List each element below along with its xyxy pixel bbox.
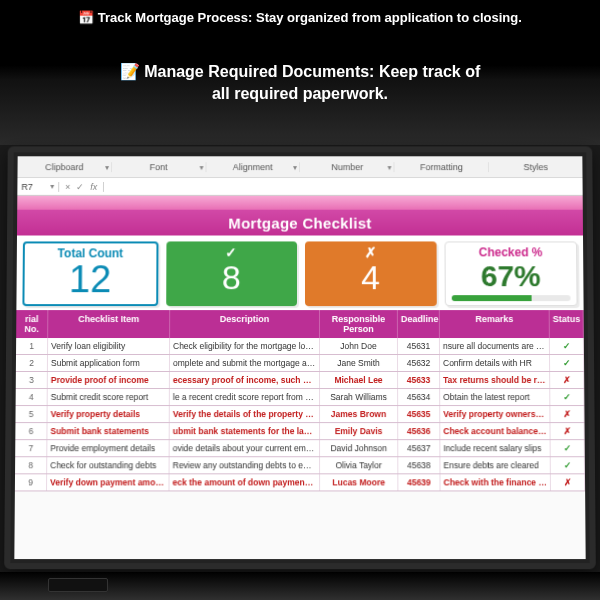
memo-icon: 📝 — [120, 63, 140, 80]
cell-remarks: Confirm details with HR — [440, 355, 550, 371]
status-no-icon: ✗ — [550, 372, 584, 388]
floor-vent — [48, 578, 108, 592]
table-row[interactable]: 3Provide proof of incomeecessary proof o… — [16, 372, 585, 389]
header-serial[interactable]: rial No. — [16, 310, 48, 338]
promo-line-2a: Manage Required Documents: Keep track of — [144, 63, 480, 80]
sheet-title: Mortgage Checklist — [17, 210, 583, 236]
cell-description: le a recent credit score report from a r… — [170, 389, 320, 405]
cell-person: Jane Smith — [320, 355, 398, 371]
card-total-value: 12 — [30, 260, 149, 298]
cell-description: omplete and submit the mortgage applicat… — [170, 355, 320, 371]
cell-remarks: Ensure debts are cleared — [440, 457, 550, 473]
card-pending: ✗ 4 — [305, 241, 436, 306]
cell-serial: 3 — [16, 372, 48, 388]
cell-serial: 4 — [16, 389, 48, 405]
cell-serial: 6 — [15, 423, 47, 439]
name-box[interactable]: R7 ▾ — [17, 182, 59, 192]
dialog-launcher-icon[interactable]: ▾ — [199, 163, 203, 172]
cell-serial: 1 — [16, 338, 48, 354]
status-no-icon: ✗ — [551, 474, 585, 490]
status-ok-icon: ✓ — [551, 440, 585, 456]
cell-serial: 9 — [15, 474, 47, 490]
cell-description: Review any outstanding debts to ensure e… — [170, 457, 321, 473]
table-row[interactable]: 5Verify property detailsVerify the detai… — [15, 406, 584, 423]
promo-line-1-text: Track Mortgage Process: Stay organized f… — [98, 10, 522, 25]
header-status[interactable]: Status — [550, 310, 584, 338]
chevron-down-icon[interactable]: ▾ — [50, 182, 54, 191]
status-no-icon: ✗ — [550, 423, 584, 439]
cell-item: Check for outstanding debts — [47, 457, 169, 473]
cell-deadline: 45638 — [398, 457, 440, 473]
cell-remarks: Check account balance history — [440, 423, 550, 439]
cell-serial: 7 — [15, 440, 47, 456]
decorative-band — [17, 196, 583, 210]
cell-remarks: Tax returns should be recent — [440, 372, 550, 388]
cell-remarks: Include recent salary slips — [440, 440, 550, 456]
table-row[interactable]: 6Submit bank statementsubmit bank statem… — [15, 423, 584, 440]
cell-remarks: Obtain the latest report — [440, 389, 550, 405]
cell-deadline: 45632 — [398, 355, 440, 371]
header-deadline[interactable]: Deadline — [398, 310, 440, 338]
dialog-launcher-icon[interactable]: ▾ — [388, 163, 392, 172]
cell-deadline: 45636 — [398, 423, 440, 439]
formula-bar: R7 ▾ × ✓ fx — [17, 178, 582, 196]
cell-person: Sarah Williams — [320, 389, 398, 405]
table-row[interactable]: 2Submit application formomplete and subm… — [16, 355, 584, 372]
header-item[interactable]: Checklist Item — [48, 310, 170, 338]
promo-banner: 📅 Track Mortgage Process: Stay organized… — [0, 0, 600, 145]
table-row[interactable]: 7Provide employment detailsovide details… — [15, 440, 585, 457]
accept-entry-icon[interactable]: ✓ — [76, 182, 84, 192]
cell-serial: 2 — [16, 355, 48, 371]
sheet-title-text: Mortgage Checklist — [228, 214, 371, 231]
cell-item: Submit application form — [48, 355, 170, 371]
dialog-launcher-icon[interactable]: ▾ — [294, 163, 298, 172]
card-pending-value: 4 — [311, 260, 430, 294]
fx-label[interactable]: fx — [90, 182, 97, 192]
table-row[interactable]: 1Verify loan eligibilityCheck eligibilit… — [16, 338, 584, 355]
status-ok-icon: ✓ — [551, 457, 585, 473]
cell-remarks: Verify property ownership — [440, 406, 550, 422]
cell-item: Provide proof of income — [48, 372, 170, 388]
cell-deadline: 45635 — [398, 406, 440, 422]
cell-item: Submit bank statements — [47, 423, 169, 439]
status-no-icon: ✗ — [550, 406, 584, 422]
cell-remarks: Check with the finance team — [440, 474, 550, 490]
ribbon-group-styles[interactable]: Styles — [489, 162, 582, 172]
cell-description: ecessary proof of income, such as pay st… — [170, 372, 320, 388]
table-row[interactable]: 4Submit credit score reportle a recent c… — [16, 389, 585, 406]
calendar-icon: 📅 — [78, 10, 94, 25]
table-body: 1Verify loan eligibilityCheck eligibilit… — [15, 338, 585, 491]
progress-bar — [451, 295, 570, 301]
card-pct-value: 67% — [451, 259, 570, 292]
app-screen: Clipboard▾ Font▾ Alignment▾ Number▾ Form… — [14, 156, 585, 559]
ribbon-group-font[interactable]: Font▾ — [112, 162, 206, 172]
cancel-entry-icon[interactable]: × — [65, 182, 70, 192]
table-row[interactable]: 8Check for outstanding debtsReview any o… — [15, 457, 585, 474]
cell-person: Lucas Moore — [320, 474, 398, 490]
status-ok-icon: ✓ — [550, 355, 584, 371]
dialog-launcher-icon[interactable]: ▾ — [105, 163, 109, 172]
ribbon-group-alignment[interactable]: Alignment▾ — [206, 162, 300, 172]
promo-line-2: 📝 Manage Required Documents: Keep track … — [12, 61, 588, 104]
header-person[interactable]: Responsible Person — [320, 310, 398, 338]
cell-item: Submit credit score report — [48, 389, 170, 405]
cell-item: Verify loan eligibility — [48, 338, 170, 354]
header-desc[interactable]: Description — [170, 310, 320, 338]
cell-item: Verify property details — [48, 406, 170, 422]
cell-deadline: 45637 — [398, 440, 440, 456]
ribbon-groups: Clipboard▾ Font▾ Alignment▾ Number▾ Form… — [17, 156, 582, 178]
cell-description: ovide details about your current employm… — [170, 440, 320, 456]
card-checked-percent: Checked % 67% — [444, 241, 578, 306]
cell-person: David Johnson — [320, 440, 398, 456]
header-remarks[interactable]: Remarks — [440, 310, 550, 338]
cell-description: Verify the details of the property being… — [170, 406, 320, 422]
cell-deadline: 45631 — [398, 338, 440, 354]
card-pct-label: Checked % — [451, 245, 570, 259]
table-row[interactable]: 9Verify down payment amounteck the amoun… — [15, 474, 585, 491]
ribbon-group-formatting[interactable]: Formatting — [395, 162, 489, 172]
ribbon-group-number[interactable]: Number▾ — [300, 162, 394, 172]
ribbon-group-clipboard[interactable]: Clipboard▾ — [18, 162, 112, 172]
promo-line-1: 📅 Track Mortgage Process: Stay organized… — [12, 8, 588, 25]
status-ok-icon: ✓ — [550, 338, 584, 354]
cell-deadline: 45639 — [398, 474, 440, 490]
